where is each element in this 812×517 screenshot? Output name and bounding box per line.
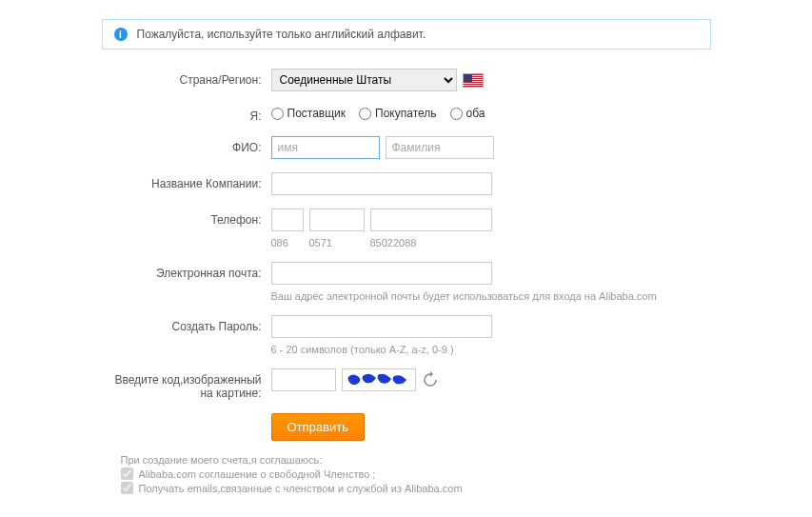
email-input[interactable] bbox=[271, 262, 492, 285]
label-country: Страна/Регион: bbox=[102, 69, 271, 87]
radio-both-label: оба bbox=[466, 107, 485, 120]
refresh-icon[interactable] bbox=[422, 371, 439, 388]
radio-buyer-label: Покупатель bbox=[375, 107, 436, 120]
label-iam: Я: bbox=[102, 105, 271, 123]
captcha-input[interactable] bbox=[271, 368, 336, 391]
phone-number-input[interactable] bbox=[370, 209, 492, 231]
password-input[interactable] bbox=[271, 315, 492, 338]
terms-text-1: Alibaba.com соглашение о свободной Членс… bbox=[139, 468, 376, 480]
info-alert: i Пожалуйста, используйте только английс… bbox=[102, 19, 711, 50]
us-flag-icon bbox=[463, 73, 484, 88]
phone-area-input[interactable] bbox=[309, 209, 365, 231]
radio-buyer[interactable]: Покупатель bbox=[359, 107, 436, 120]
phone-hint: 086 0571 85022088 bbox=[271, 237, 711, 249]
company-input[interactable] bbox=[271, 172, 492, 195]
label-email: Электронная почта: bbox=[102, 262, 271, 280]
email-hint: Ваш адрес электронной почты будет исполь… bbox=[271, 290, 711, 302]
radio-both[interactable]: оба bbox=[450, 107, 485, 120]
captcha-image bbox=[342, 368, 416, 391]
label-company: Название Компании: bbox=[102, 172, 271, 190]
terms-block: При создание моего счета,я соглашаюсь: A… bbox=[121, 454, 711, 494]
alert-text: Пожалуйста, используйте только английски… bbox=[137, 28, 426, 41]
submit-button[interactable]: Отправить bbox=[271, 413, 365, 441]
label-fullname: ФИО: bbox=[102, 136, 271, 154]
label-phone: Телефон: bbox=[102, 209, 271, 227]
label-captcha: Введите код,изображенный на картине: bbox=[102, 368, 271, 400]
radio-supplier[interactable]: Поставщик bbox=[271, 107, 347, 120]
country-select[interactable]: Соединенные Штаты bbox=[271, 69, 457, 91]
terms-text-2: Получать emails,связанные с членством и … bbox=[139, 483, 463, 494]
firstname-input[interactable] bbox=[271, 136, 380, 159]
password-hint: 6 - 20 символов (только A-Z, a-z, 0-9 ) bbox=[271, 344, 711, 355]
radio-supplier-label: Поставщик bbox=[287, 107, 347, 120]
terms-checkbox-1 bbox=[121, 467, 133, 480]
phone-country-input[interactable] bbox=[271, 209, 304, 231]
terms-intro: При создание моего счета,я соглашаюсь: bbox=[121, 454, 711, 466]
label-password: Создать Пароль: bbox=[102, 315, 271, 333]
lastname-input[interactable] bbox=[386, 136, 494, 159]
terms-checkbox-2 bbox=[121, 482, 133, 494]
info-icon: i bbox=[114, 28, 128, 41]
